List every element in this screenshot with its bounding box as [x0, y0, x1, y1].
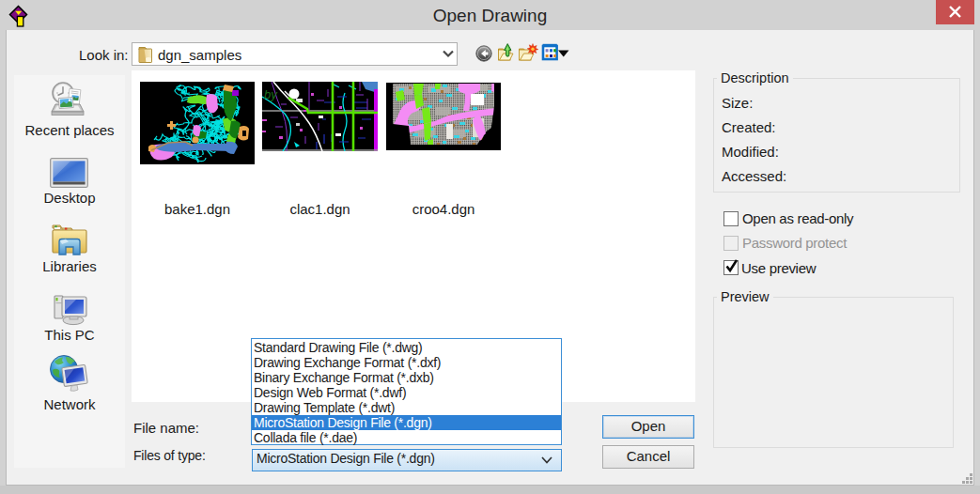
svg-text:by: by — [264, 87, 278, 101]
